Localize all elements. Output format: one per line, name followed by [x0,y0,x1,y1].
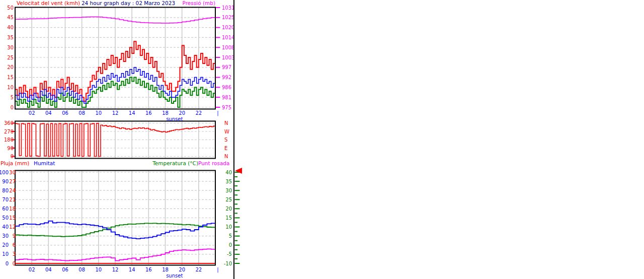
x-axis-label: 10 [95,110,102,116]
humidity-axis-title: Humitat [34,160,55,167]
x-axis-labels: 0204060810121416182022sunset| [29,110,219,122]
charts-canvas: 5045403530252015105010311025102010141008… [0,0,644,279]
axis-label: 25 [225,197,232,202]
axis-label: 15 [7,75,14,80]
axis-label: 10 [225,224,232,230]
axis-label: 20 [7,64,14,70]
axis-label: 20 [225,206,232,212]
x-axis-label: 20 [179,267,185,272]
axis-label: 1031 [222,5,234,11]
end-of-day-tick: | [217,267,218,273]
temperature-axis-line [233,0,234,279]
axis-label: 992 [222,75,231,80]
x-axis-label: 22 [195,110,202,116]
axis-label: 1025 [222,15,234,20]
marker-flag-icon [235,168,242,174]
axis-label: 10 [2,251,9,257]
axis-rain: 302724211815129630 [9,170,16,266]
axis-label: 10 [7,85,14,90]
axis-label: 1014 [222,35,234,40]
axis-label: 3 [13,251,16,257]
dewpoint-axis-title: Punt rosada [198,160,229,167]
x-axis-label: 10 [95,267,102,272]
axis-label: 0 [6,261,9,266]
axis-label: 21 [9,197,16,202]
axis-pressure: 103110251020101410081003997992986981975 [216,5,234,110]
wind-axis-title: Velocitat del vent (kmh) [17,0,80,7]
x-axis-label: 18 [162,110,169,116]
x-axis-label: 12 [112,110,119,116]
axis-label: 25 [7,55,14,60]
axis-label: 80 [2,188,9,193]
axis-label: 35 [225,179,232,184]
axis-label: 24 [9,188,16,193]
axis-label: S [224,137,227,143]
axis-humidity: 1009080706050403020100 [0,170,9,266]
temperature-axis-title: Temperatura (°C) [151,160,198,167]
x-axis-label: 06 [62,267,68,272]
axis-label: 35 [7,35,14,40]
axis-label: -10 [224,261,232,266]
axis-label: 981 [222,95,231,100]
axis-label: 1008 [222,45,234,50]
axis-label: -5 [227,251,232,257]
axis-label: N [224,154,228,159]
x-axis-label: 22 [195,267,202,272]
axis-direction: 360270180900 [4,120,15,159]
axis-label: 60 [2,206,9,212]
axis-label: 30 [2,233,9,239]
axis-label: 30 [7,45,14,50]
x-axis-label: 02 [29,267,35,272]
x-axis-labels: 0204060810121416182022sunset| [29,267,219,278]
end-of-day-tick: | [217,110,218,116]
axis-label: 15 [225,215,232,221]
axis-label: 90 [2,179,9,184]
axis-label: N [224,120,228,126]
sunset-label: sunset [166,116,183,122]
rain-axis-title: Pluja (mm) [1,160,29,167]
x-axis-label: 06 [62,110,68,116]
axis-label: 50 [7,5,14,11]
axis-label: 0 [229,242,232,248]
dir-chart: 360270180900NWSEN [4,120,229,159]
x-axis-label: 18 [162,267,169,272]
axis-label: 0 [13,261,16,266]
x-axis-label: 04 [45,110,52,116]
axis-compass: NWSEN [224,120,229,159]
axis-label: 997 [222,64,231,70]
axis-label: 1003 [222,55,234,60]
sunset-label: sunset [166,273,183,278]
axis-label: 1020 [222,25,234,30]
axis-label: 30 [225,188,232,193]
axis-label: 40 [7,25,14,30]
axis-label: E [224,146,227,151]
met-chart: 1009080706050403020100302724211815129630… [0,170,240,266]
axis-label: 20 [2,242,9,248]
axis-label: 986 [222,85,231,90]
wind-chart: 5045403530252015105010311025102010141008… [7,5,234,110]
axis-label: 40 [2,224,9,230]
axis-label: 40 [225,170,232,175]
axis-label: 100 [0,170,9,175]
x-axis-label: 20 [179,110,185,116]
axis-label: 50 [2,215,9,221]
x-axis-label: 04 [45,267,52,272]
axis-label: 12 [9,224,16,230]
axis-label: 5 [11,95,14,100]
axis-label: 975 [222,105,231,110]
axis-label: 30 [9,170,16,175]
axis-label: 0 [11,105,14,110]
weather-24h-graph-screen: 5045403530252015105010311025102010141008… [0,0,644,279]
axis-temp: 4035302520151050-5-10 [224,170,240,266]
x-axis-label: 16 [145,267,152,272]
axis-label: 9 [13,233,16,239]
axis-label: 5 [229,233,232,239]
axis-wind: 50454035302520151050 [7,5,14,110]
x-axis-label: 12 [112,267,119,272]
x-axis-label: 08 [78,110,85,116]
axis-label: 45 [7,15,14,20]
x-axis-label: 14 [129,110,135,116]
x-axis-label: 02 [29,110,35,116]
axis-label: 27 [9,179,16,184]
axis-label: W [224,129,229,134]
